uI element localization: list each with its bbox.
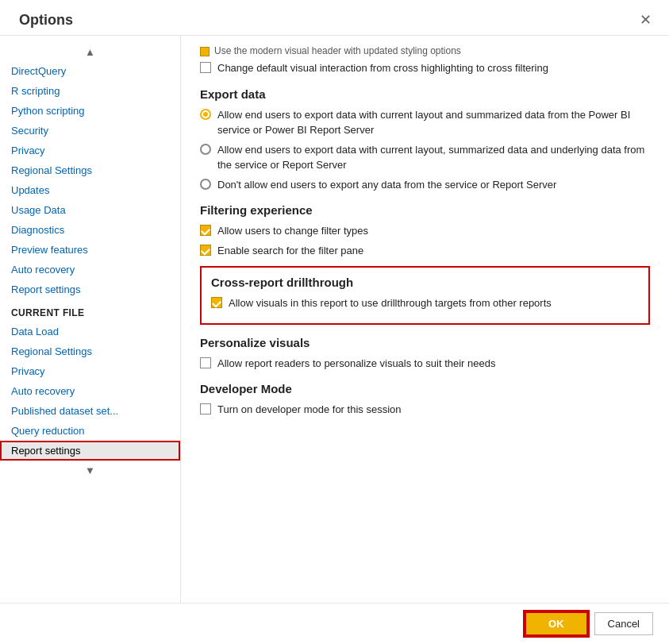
sidebar-item-cf-published-dataset[interactable]: Published dataset set... (0, 401, 180, 421)
export-none-text: Don't allow end users to export any data… (217, 177, 556, 193)
dialog-footer: OK Cancel (0, 603, 669, 644)
filter-search-row: Enable search for the filter pane (200, 243, 650, 259)
personalize-allow-text: Allow report readers to personalize visu… (217, 356, 495, 372)
chevron-down-icon: ▼ (85, 465, 95, 476)
sidebar-scroll-down[interactable]: ▼ (0, 461, 180, 480)
sidebar-item-usage-data[interactable]: Usage Data (0, 200, 180, 220)
personalize-visuals-title: Personalize visuals (200, 336, 650, 349)
sidebar: ▲ DirectQuery R scripting Python scripti… (0, 36, 181, 603)
top-partial-row: Use the modern visual header with update… (200, 45, 650, 56)
cancel-button[interactable]: Cancel (594, 612, 653, 635)
export-data-title: Export data (200, 87, 650, 101)
export-underlying-text: Allow end users to export data with curr… (217, 142, 650, 173)
options-dialog: Options ✕ ▲ DirectQuery R scripting Pyth… (0, 0, 669, 644)
cross-highlight-text: Change default visual interaction from c… (217, 60, 548, 76)
dev-mode-checkbox[interactable] (200, 403, 211, 415)
cross-report-drillthrough-title: Cross-report drillthrough (211, 276, 639, 289)
filter-search-text: Enable search for the filter pane (217, 243, 363, 259)
sidebar-item-regional-settings[interactable]: Regional Settings (0, 160, 180, 180)
sidebar-item-cf-query-reduction[interactable]: Query reduction (0, 421, 180, 441)
close-button[interactable]: ✕ (635, 11, 656, 29)
export-summarized-radio[interactable] (200, 109, 211, 120)
sidebar-item-preview-features[interactable]: Preview features (0, 240, 180, 260)
cross-highlight-checkbox[interactable] (200, 62, 211, 73)
drillthrough-allow-text: Allow visuals in this report to use dril… (229, 295, 552, 311)
sidebar-item-security[interactable]: Security (0, 121, 180, 141)
sidebar-item-directquery[interactable]: DirectQuery (0, 61, 180, 81)
sidebar-item-python-scripting[interactable]: Python scripting (0, 101, 180, 121)
export-none-row: Don't allow end users to export any data… (200, 177, 650, 193)
sidebar-item-auto-recovery[interactable]: Auto recovery (0, 260, 180, 280)
sidebar-scroll-up[interactable]: ▲ (0, 42, 180, 61)
export-summarized-row: Allow end users to export data with curr… (200, 107, 650, 138)
personalize-allow-row: Allow report readers to personalize visu… (200, 356, 650, 372)
sidebar-item-privacy[interactable]: Privacy (0, 141, 180, 160)
filter-types-text: Allow users to change filter types (217, 223, 368, 239)
dev-mode-text: Turn on developer mode for this session (217, 402, 401, 418)
export-underlying-row: Allow end users to export data with curr… (200, 142, 650, 173)
chevron-up-icon: ▲ (85, 46, 95, 58)
export-none-radio[interactable] (200, 179, 211, 190)
filter-types-row: Allow users to change filter types (200, 223, 650, 239)
filter-search-checkbox[interactable] (200, 245, 211, 256)
developer-mode-title: Developer Mode (200, 382, 650, 395)
sidebar-item-data-load[interactable]: Data Load (0, 322, 180, 341)
drillthrough-allow-checkbox[interactable] (211, 297, 222, 308)
dialog-body: ▲ DirectQuery R scripting Python scripti… (0, 36, 669, 603)
cross-highlight-row: Change default visual interaction from c… (200, 60, 650, 76)
sidebar-item-r-scripting[interactable]: R scripting (0, 81, 180, 101)
sidebar-item-cf-privacy[interactable]: Privacy (0, 361, 180, 381)
sidebar-item-report-settings[interactable]: Report settings (0, 280, 180, 299)
filtering-experience-title: Filtering experience (200, 203, 650, 217)
ok-button[interactable]: OK (525, 611, 588, 636)
sidebar-item-updates[interactable]: Updates (0, 180, 180, 200)
personalize-allow-checkbox[interactable] (200, 357, 211, 368)
export-underlying-radio[interactable] (200, 144, 211, 155)
filter-types-checkbox[interactable] (200, 225, 211, 236)
dialog-titlebar: Options ✕ (0, 0, 669, 36)
drillthrough-allow-row: Allow visuals in this report to use dril… (211, 295, 639, 311)
current-file-header: CURRENT FILE (0, 299, 180, 322)
sidebar-item-diagnostics[interactable]: Diagnostics (0, 220, 180, 240)
sidebar-item-cf-regional-settings[interactable]: Regional Settings (0, 341, 180, 361)
export-summarized-text: Allow end users to export data with curr… (217, 107, 650, 138)
sidebar-item-cf-auto-recovery[interactable]: Auto recovery (0, 381, 180, 401)
top-partial-text: Use the modern visual header with update… (214, 45, 461, 56)
main-content: Use the modern visual header with update… (181, 36, 669, 603)
cross-report-drillthrough-section: Cross-report drillthrough Allow visuals … (200, 266, 650, 325)
dev-mode-row: Turn on developer mode for this session (200, 402, 650, 418)
sidebar-item-cf-report-settings[interactable]: Report settings (0, 441, 180, 461)
dialog-title: Options (19, 12, 73, 29)
